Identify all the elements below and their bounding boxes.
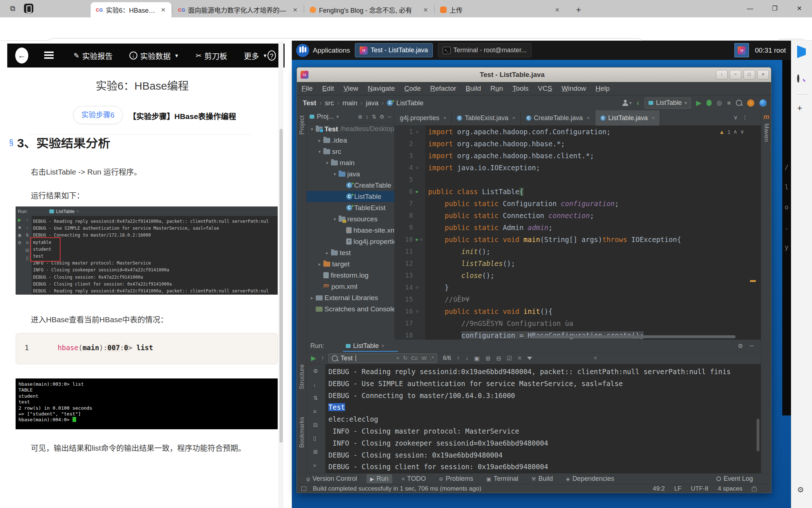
run-strip-icon[interactable]: ⊟ [25, 248, 29, 253]
run-strip-icon[interactable]: ⚙ [18, 240, 22, 245]
tree-item-createtable[interactable]: CCreateTable [307, 180, 394, 191]
tab-close-icon[interactable]: ✕ [554, 7, 560, 13]
locate-icon[interactable]: ⊕ [358, 114, 362, 120]
line-ending[interactable]: LF [674, 485, 682, 492]
sidebar-settings-icon[interactable]: ⚙ [797, 486, 804, 494]
run-strip-icon[interactable]: ◉ [18, 233, 21, 238]
collapse-all-icon[interactable]: ⇅ [372, 114, 376, 120]
editor-tab[interactable]: CListTable.java× [595, 110, 660, 126]
console-tool-icon[interactable]: ▯ [313, 435, 316, 442]
sidebar-search-icon[interactable] [797, 75, 799, 82]
maximize-button[interactable]: □ [743, 70, 755, 79]
rerun-icon[interactable]: ▶ [311, 354, 316, 362]
step-badge[interactable]: 实验步骤6 [73, 106, 123, 124]
up-arrow-icon[interactable]: ↑ [457, 355, 460, 361]
run-strip-icon[interactable]: ≡ [26, 240, 28, 245]
console-tool-icon[interactable]: ⇅ [313, 395, 318, 401]
prev-occurrence-icon[interactable]: ↑ [321, 355, 324, 361]
back-button[interactable]: ← [15, 48, 28, 64]
tree-item-hbase-site-xml[interactable]: hbase-site.xml [307, 225, 394, 236]
browser-tab[interactable]: CG面向能源电力数字化人才培养的—✕ [173, 2, 303, 17]
tab-close-icon[interactable]: ✕ [160, 7, 166, 13]
editor-tab[interactable]: CTableExist.java× [452, 110, 521, 126]
profiler-icon[interactable] [759, 99, 767, 107]
window-minimize-button[interactable]: — [745, 4, 755, 14]
tab-close-icon[interactable]: ✕ [292, 7, 298, 13]
run-strip-icon[interactable]: ⇅ [25, 233, 29, 238]
menu-vcs[interactable]: VCS [533, 85, 557, 93]
console-tool-icon[interactable]: ⊟ [313, 422, 318, 428]
build-arrow-icon[interactable]: ‹ [637, 98, 639, 108]
checked-filter-icon[interactable]: ☑ [507, 355, 512, 362]
browser-tab[interactable]: CG实验6：HBase编程✕ [91, 2, 171, 17]
remove-filter-icon[interactable]: ⊟ [496, 355, 501, 362]
tab-close-icon[interactable]: × [652, 115, 655, 121]
menu-window[interactable]: Window [557, 85, 591, 93]
add-filter-icon[interactable]: ⊞ [485, 355, 490, 362]
tree-item-resources[interactable]: ▾resources [307, 213, 394, 225]
tree-item-test[interactable]: ▸test [307, 247, 394, 258]
toolwindow-terminal[interactable]: ▣Terminal [482, 474, 522, 483]
idea-titlebar[interactable]: Test - ListTable.java ↑−□× [297, 67, 771, 82]
run-strip-icon[interactable]: ↑ [26, 217, 28, 222]
tree-item-firestorm-log[interactable]: firestorm.log [307, 270, 394, 281]
menu-code[interactable]: Code [399, 85, 425, 93]
run-strip-icon[interactable]: ▯ [26, 255, 29, 261]
breadcrumb-item[interactable]: main [343, 99, 357, 107]
update-icon[interactable]: ↑ [747, 99, 754, 107]
toolwindow-run[interactable]: ▶Run [366, 474, 392, 483]
run-strip-icon[interactable]: ▶ [18, 217, 21, 222]
tab-close-icon[interactable]: × [443, 115, 446, 121]
run-line-icon[interactable]: ▶ [416, 237, 419, 242]
toolwindow-problems[interactable]: ⊘Problems [435, 474, 477, 483]
match-case-toggle[interactable]: Cc [411, 355, 418, 361]
report-button[interactable]: ✎实验报告 [74, 50, 113, 61]
clipboard-button[interactable]: ✂剪刀板 [196, 50, 227, 61]
console-search-input[interactable]: Test ×↻ Cc W .* [328, 353, 437, 363]
tree-item-src[interactable]: ▾src [307, 146, 394, 157]
tree-item-java[interactable]: ▾java [307, 168, 394, 180]
filter-funnel-icon[interactable] [527, 357, 532, 360]
tree-item-log4j-properties[interactable]: log4j.properties [307, 236, 394, 247]
user-icon[interactable]: ▾ [622, 100, 632, 106]
toolwindow-maven[interactable]: Maven [763, 123, 770, 142]
menu-edit[interactable]: Edit [318, 85, 339, 93]
new-tab-button[interactable]: + [571, 2, 585, 17]
console-scrollbar[interactable] [757, 419, 759, 451]
breadcrumb-item[interactable]: src [325, 99, 334, 107]
regex-toggle[interactable]: .* [430, 355, 434, 361]
close-button[interactable]: × [757, 70, 769, 79]
project-panel-header[interactable]: Proj...▾ ⊕↕⇅⚙─ [307, 110, 394, 123]
applications-menu[interactable]: Applications [296, 44, 350, 57]
menu-build[interactable]: Build [461, 85, 486, 93]
coverage-icon[interactable]: ◎ [717, 99, 722, 107]
steps-list-icon[interactable] [44, 52, 52, 60]
menu-view[interactable]: View [339, 85, 363, 93]
editor-hscrollbar[interactable] [533, 335, 736, 338]
toolwindow-toggle-icon[interactable] [301, 487, 306, 491]
console-tool-icon[interactable]: ⊞ [313, 448, 318, 455]
words-toggle[interactable]: W [422, 355, 427, 361]
menu-file[interactable]: File [297, 85, 318, 93]
taskbar-window-button[interactable]: Test - ListTable.java [355, 43, 432, 57]
run-strip-icon[interactable]: ■ [18, 225, 21, 230]
tree-item--idea[interactable]: ▸.idea [307, 135, 394, 146]
menu-run[interactable]: Run [486, 85, 508, 93]
browser-tab[interactable]: Fengling's Blog - 念念不忘, 必有✕ [304, 2, 434, 17]
event-log-button[interactable]: Event Log [713, 474, 757, 483]
minimize-button[interactable]: − [730, 70, 741, 79]
panel-settings-icon[interactable]: ⚙ [380, 114, 384, 120]
sidebar-add-icon[interactable]: + [797, 103, 802, 113]
taskbar-window-button[interactable]: >_Terminal - root@master... [438, 43, 531, 57]
toolwindow-bookmarks[interactable]: Bookmarks [298, 417, 306, 448]
browser-tab[interactable]: 上传✕ [435, 2, 566, 17]
run-console[interactable]: ⚙↓⇅≡⊟▯⊞» DEBUG - Reading reply sessionid… [307, 364, 761, 473]
debug-icon[interactable] [707, 100, 712, 106]
console-tool-icon[interactable]: ↓ [313, 381, 316, 388]
toolwindow-version-control[interactable]: ψVersion Control [303, 474, 361, 483]
tab-options-icon[interactable]: ⋮ [742, 114, 748, 121]
tree-item-external-libraries[interactable]: ▸External Libraries [307, 292, 394, 303]
encoding[interactable]: UTF-8 [691, 485, 708, 492]
fold-icon[interactable]: ⊖ [416, 165, 418, 170]
window-close-button[interactable]: ✕ [794, 4, 804, 14]
